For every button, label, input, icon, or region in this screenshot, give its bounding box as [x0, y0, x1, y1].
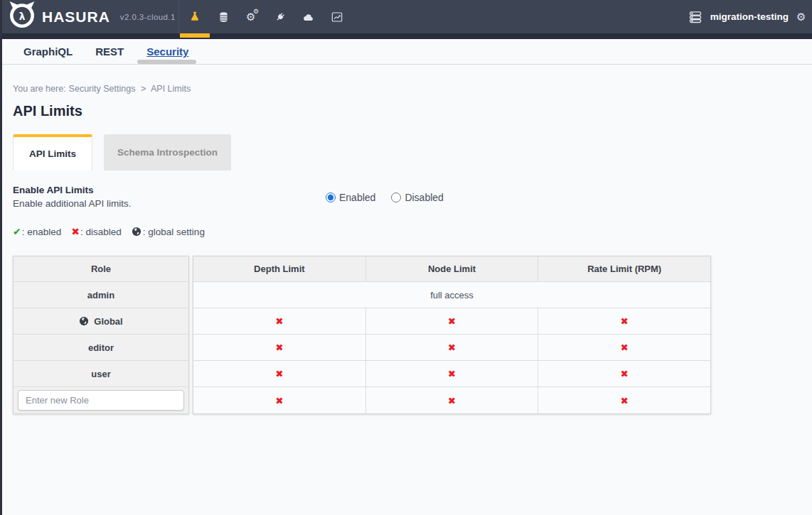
hasura-logo-icon: λ [6, 1, 38, 32]
tab-schema-introspection[interactable]: Schema Introspection [104, 134, 231, 170]
role-header: Role [14, 256, 188, 282]
tab-api-limits[interactable]: API Limits [13, 134, 92, 170]
settings-gear-icon[interactable]: ⚙ [796, 11, 811, 23]
legend-disabled-text: : disabled [80, 227, 122, 237]
cross-icon: ✖ [448, 395, 456, 406]
new-role-cell [14, 387, 188, 413]
breadcrumb: You are here:Security Settings > API Lim… [13, 84, 799, 94]
cross-icon: ✖ [448, 315, 456, 327]
cross-icon: ✖ [275, 315, 283, 327]
role-global: Global [14, 308, 188, 335]
cross-icon: ✖ [448, 342, 456, 353]
cloud-icon[interactable] [303, 11, 314, 23]
user-limits-row: ✖ ✖ ✖ [193, 361, 710, 387]
breadcrumb-section[interactable]: Security Settings [69, 84, 136, 94]
window-left-edge [0, 0, 2, 515]
depth-limit-header: Depth Limit [193, 256, 366, 281]
database-icon[interactable] [218, 11, 229, 23]
breadcrumb-prefix: You are here: [13, 84, 66, 94]
node-limit-header: Node Limit [366, 256, 539, 281]
legend-enabled-text: : enabled [22, 227, 62, 237]
radio-disabled-label: Disabled [405, 192, 443, 203]
enable-api-limits-description: Enable additional API limits. [13, 198, 326, 209]
api-flask-icon[interactable] [189, 11, 201, 23]
enable-radio-group: Enabled Disabled [326, 185, 444, 209]
project-name[interactable]: migration-testing [710, 11, 789, 22]
limits-grid: Depth Limit Node Limit Rate Limit (RPM) … [193, 256, 711, 414]
cross-icon: ✖ [621, 342, 629, 353]
gears-icon[interactable]: ⚙ ⚙ [246, 11, 257, 23]
navbar-bottom-strip [0, 33, 812, 39]
rate-limit-header: Rate Limit (RPM) [538, 256, 710, 281]
nav-icon-group: ⚙ ⚙ [178, 0, 360, 33]
role-admin: admin [14, 282, 188, 308]
enable-api-limits-label: Enable API Limits [13, 185, 326, 195]
version-label: v2.0.3-cloud.1 [120, 13, 176, 21]
new-role-input[interactable] [18, 390, 184, 411]
admin-full-access: full access [193, 282, 710, 308]
editor-limits-row: ✖ ✖ ✖ [193, 335, 710, 361]
cross-icon: ✖ [71, 226, 80, 237]
enable-api-limits-section: Enable API Limits Enable additional API … [13, 185, 799, 209]
radio-enabled-input[interactable] [326, 193, 336, 202]
legend-disabled: ✖ : disabled [71, 226, 122, 237]
console-tab-bar: GraphiQL REST Security [0, 39, 812, 65]
legend-enabled: ✔ : enabled [13, 226, 61, 237]
radio-disabled[interactable]: Disabled [391, 185, 443, 209]
hasura-brand[interactable]: λ HASURA v2.0.3-cloud.1 [0, 2, 176, 32]
api-limits-tab-group: API Limits Schema Introspection [13, 134, 799, 170]
brand-name: HASURA [42, 9, 110, 26]
svg-text:λ: λ [19, 10, 26, 21]
tab-rest[interactable]: REST [95, 45, 124, 58]
breadcrumb-separator-icon: > [141, 84, 146, 94]
role-user: user [14, 361, 188, 387]
tab-graphiql[interactable]: GraphiQL [23, 45, 73, 58]
breadcrumb-current: API Limits [151, 84, 191, 94]
cross-icon: ✖ [621, 368, 629, 379]
limits-header-row: Depth Limit Node Limit Rate Limit (RPM) [193, 256, 710, 282]
chart-line-icon[interactable] [331, 11, 343, 23]
cross-icon: ✖ [275, 368, 283, 379]
role-global-label: Global [94, 316, 122, 327]
radio-enabled-label: Enabled [339, 192, 375, 203]
plug-icon[interactable] [274, 11, 286, 23]
top-navbar: λ HASURA v2.0.3-cloud.1 ⚙ ⚙ [0, 0, 812, 39]
new-role-limits-row: ✖ ✖ ✖ [193, 387, 710, 413]
security-settings-page: You are here:Security Settings > API Lim… [0, 84, 812, 414]
cross-icon: ✖ [621, 315, 629, 327]
active-nav-underline [180, 33, 210, 38]
radio-enabled[interactable]: Enabled [326, 185, 375, 209]
admin-limits-row: full access [193, 282, 710, 308]
role-editor: editor [14, 335, 188, 361]
cross-icon: ✖ [448, 368, 456, 379]
project-area: migration-testing ⚙ [688, 0, 812, 33]
legend-global-text: : global setting [143, 227, 205, 237]
global-limits-row: ✖ ✖ ✖ [193, 308, 710, 335]
status-legend: ✔ : enabled ✖ : disabled : global settin… [13, 226, 799, 237]
tab-security[interactable]: Security [146, 45, 188, 58]
globe-icon [132, 227, 141, 237]
cross-icon: ✖ [275, 342, 283, 353]
page-title: API Limits [13, 103, 799, 119]
cross-icon: ✖ [275, 395, 283, 406]
check-icon: ✔ [13, 226, 21, 237]
legend-global: : global setting [132, 227, 205, 237]
globe-icon [79, 316, 89, 326]
role-column: Role admin Global editor user [13, 256, 189, 414]
api-limits-table: Role admin Global editor user Depth Limi… [13, 256, 711, 414]
server-icon [688, 10, 703, 24]
radio-disabled-input[interactable] [391, 193, 401, 202]
cross-icon: ✖ [621, 395, 629, 406]
